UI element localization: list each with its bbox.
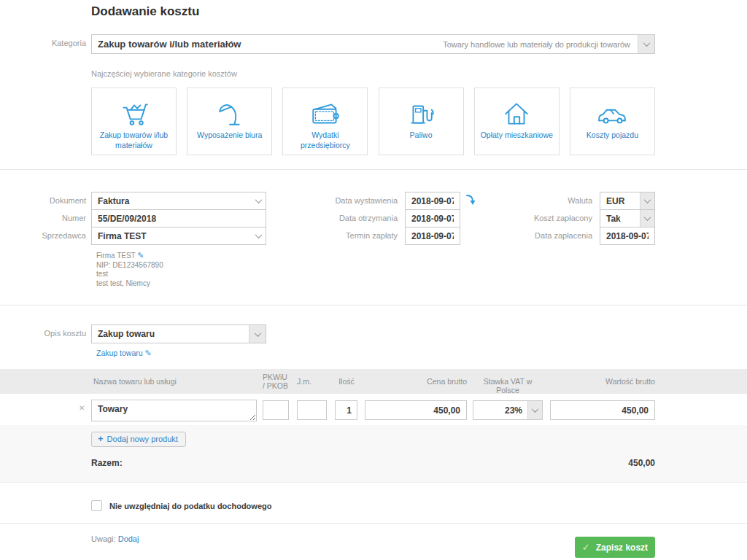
chevron-down-icon: [249, 325, 266, 343]
data-zaplacenia-input[interactable]: [600, 227, 655, 245]
opis-kosztu-select[interactable]: Zakup towaru: [91, 324, 266, 343]
koszt-zaplacony-label: Koszt zapłacony: [483, 214, 592, 222]
header-pkwiu-line2: / PKOB: [263, 381, 288, 390]
data-wystawienia-input[interactable]: [405, 192, 460, 210]
header-pkwiu: PKWiU / PKOB: [263, 373, 288, 390]
seller-address-line1: test: [96, 270, 163, 279]
category-selected-value: Zakup towarów i/lub materiałów: [92, 39, 443, 50]
chevron-down-icon: [252, 192, 266, 209]
category-hint: Towary handlowe lub materiały do produkc…: [443, 40, 638, 49]
chevron-down-icon: [640, 192, 654, 209]
category-label: Kategoria: [0, 39, 86, 47]
header-ilosc: Ilość: [332, 377, 361, 386]
opis-kosztu-value: Zakup towaru: [92, 329, 249, 339]
header-pkwiu-line1: PKWiU: [263, 373, 288, 381]
sprzedawca-select[interactable]: Firma TEST: [91, 227, 266, 245]
dokument-label: Dokument: [0, 196, 86, 205]
income-tax-exclude-label: Nie uwzględniaj do podatku dochodowego: [109, 502, 271, 510]
koszt-zaplacony-select[interactable]: Tak: [600, 209, 655, 228]
seller-details: Firma TEST ✎ NIP: DE1234567890 test test…: [96, 251, 163, 288]
category-card-label: Paliwo: [406, 128, 437, 141]
car-icon: [595, 88, 629, 128]
category-card-label: Opłaty mieszkaniowe: [476, 128, 557, 141]
pkwiu-input[interactable]: [263, 400, 289, 420]
divider: [0, 169, 747, 170]
numer-input[interactable]: [91, 209, 266, 228]
termin-zaplaty-label: Termin zapłaty: [288, 231, 398, 240]
numer-label: Numer: [0, 214, 86, 222]
cena-brutto-input[interactable]: [365, 400, 467, 420]
waluta-value: EUR: [600, 196, 640, 206]
suggestions-title: Najczęściej wybierane kategorie kosztów: [91, 69, 237, 78]
add-product-label: Dodaj nowy produkt: [107, 435, 178, 443]
jm-input[interactable]: [297, 400, 327, 420]
sprzedawca-label: Sprzedawca: [0, 231, 86, 240]
category-card-zakup-towarow[interactable]: Zakup towarów i/lub materiałów: [91, 88, 177, 155]
header-cena-brutto: Cena brutto: [365, 377, 467, 386]
category-select[interactable]: Zakup towarów i/lub materiałów Towary ha…: [91, 34, 655, 54]
seller-nip: NIP: DE1234567890: [96, 261, 163, 271]
save-cost-label: Zapisz koszt: [596, 542, 648, 553]
category-card-koszty-pojazdu[interactable]: Koszty pojazdu: [570, 88, 655, 155]
koszt-zaplacony-value: Tak: [600, 214, 640, 224]
stawka-vat-select[interactable]: 23%: [473, 400, 543, 420]
checkmark-icon: ✓: [582, 542, 590, 553]
desk-lamp-icon: [214, 88, 245, 128]
data-zaplacenia-label: Data zapłacenia: [483, 231, 592, 240]
add-cost-page: Dodawanie kosztu Kategoria Zakup towarów…: [0, 0, 747, 560]
save-cost-button[interactable]: ✓ Zapisz koszt: [575, 537, 655, 558]
product-name-input[interactable]: Towary: [91, 400, 257, 421]
plus-icon: +: [98, 435, 104, 443]
data-otrzymania-input[interactable]: [405, 209, 460, 228]
ilosc-input[interactable]: [335, 400, 357, 420]
wartosc-brutto-input[interactable]: [550, 400, 655, 420]
waluta-label: Waluta: [483, 196, 592, 205]
header-wartosc-brutto: Wartość brutto: [550, 377, 655, 386]
sprzedawca-value: Firma TEST: [92, 231, 252, 241]
chevron-down-icon: [640, 210, 654, 227]
products-table-header: Nazwa towaru lub usługi PKWiU / PKOB J.m…: [0, 369, 747, 394]
chevron-down-icon: [252, 228, 266, 244]
opis-kosztu-label: Opis kosztu: [0, 329, 86, 338]
wallet-icon: [309, 88, 342, 128]
category-card-oplaty-mieszkaniowe[interactable]: Opłaty mieszkaniowe: [474, 88, 560, 155]
divider: [0, 305, 747, 306]
edit-description-icon: ✎: [145, 349, 152, 357]
remove-row-icon[interactable]: ✕: [79, 404, 85, 412]
waluta-select[interactable]: EUR: [600, 192, 655, 210]
house-icon: [501, 88, 532, 128]
chevron-down-icon: [527, 401, 542, 419]
data-wystawienia-label: Data wystawienia: [288, 196, 398, 205]
total-label: Razem:: [91, 458, 123, 468]
income-tax-exclude-checkbox[interactable]: [91, 500, 102, 511]
category-card-wydatki-przedsiebiorcy[interactable]: Wydatki przedsiębiorcy: [282, 88, 368, 155]
category-card-label: Wydatki przedsiębiorcy: [283, 128, 367, 150]
stawka-vat-value: 23%: [473, 405, 527, 416]
seller-address-line2: test test, Niemcy: [96, 279, 163, 289]
chevron-down-icon: [638, 35, 654, 53]
total-value: 450,00: [550, 458, 655, 468]
termin-zaplaty-input[interactable]: [405, 227, 460, 245]
header-stawka-vat: Stawka VAT w Polsce: [473, 377, 543, 394]
uwagi-label: Uwagi:: [91, 534, 116, 543]
seller-name: Firma TEST: [96, 252, 136, 260]
uwagi-add-link[interactable]: Dodaj: [118, 534, 139, 543]
copy-date-down-icon[interactable]: [465, 193, 476, 209]
divider: [0, 523, 747, 524]
category-card-label: Koszty pojazdu: [582, 128, 643, 141]
header-jm: J.m.: [297, 377, 311, 386]
category-card-label: Zakup towarów i/lub materiałów: [92, 128, 176, 150]
opis-kosztu-edit[interactable]: Zakup towaru ✎: [96, 349, 152, 358]
uwagi-row: Uwagi: Dodaj: [91, 534, 139, 543]
edit-seller-icon[interactable]: ✎: [137, 251, 144, 260]
opis-kosztu-edit-link[interactable]: Zakup towaru: [96, 349, 143, 357]
header-nazwa: Nazwa towaru lub usługi: [93, 377, 177, 386]
category-card-wyposazenie-biura[interactable]: Wyposażenie biura: [187, 88, 272, 155]
add-product-button[interactable]: + Dodaj nowy produkt: [91, 432, 186, 447]
category-card-label: Wyposażenie biura: [193, 128, 266, 141]
fuel-pump-icon: [406, 88, 436, 128]
dokument-value: Faktura: [92, 196, 252, 206]
page-title: Dodawanie kosztu: [91, 4, 199, 19]
category-card-paliwo[interactable]: Paliwo: [379, 88, 464, 155]
dokument-select[interactable]: Faktura: [91, 192, 266, 210]
